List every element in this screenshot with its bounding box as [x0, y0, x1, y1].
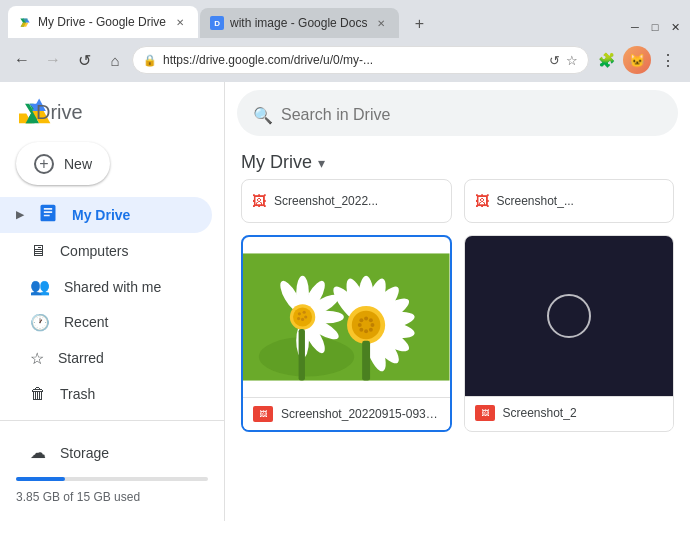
- tab-my-drive[interactable]: My Drive - Google Drive ✕: [8, 6, 198, 38]
- app-container: Drive + New ▶ My Drive 🖥 Computers 👥 Sha…: [0, 82, 690, 521]
- close-window-icon[interactable]: ✕: [668, 20, 682, 34]
- divider: [0, 420, 224, 421]
- extensions-button[interactable]: 🧩: [592, 46, 620, 74]
- reload-addr-icon[interactable]: ↺: [549, 53, 560, 68]
- file-icon-2: 🖼: [475, 193, 489, 209]
- file-card-dark[interactable]: 🖼 Screenshot_2: [464, 235, 675, 432]
- svg-point-37: [364, 329, 368, 333]
- svg-rect-41: [362, 341, 370, 381]
- page-title: My Drive: [241, 152, 312, 173]
- top-files-row: 🖼 Screenshot_2022... 🖼 Screenshot_...: [225, 177, 690, 227]
- tab-bar: My Drive - Google Drive ✕ D with image -…: [0, 0, 690, 38]
- minimize-icon[interactable]: ─: [628, 20, 642, 34]
- tab-docs-close-icon[interactable]: ✕: [373, 15, 389, 31]
- storage-text: 3.85 GB of 15 GB used: [16, 490, 140, 504]
- starred-icon: ☆: [30, 349, 44, 368]
- svg-point-34: [369, 318, 373, 322]
- file-info-daisy: 🖼 Screenshot_20220915-093725_One...: [243, 397, 450, 430]
- top-file-2[interactable]: 🖼 Screenshot_...: [464, 179, 675, 223]
- top-file-1[interactable]: 🖼 Screenshot_2022...: [241, 179, 452, 223]
- storage-icon: ☁: [30, 443, 46, 462]
- new-plus-icon: +: [34, 154, 54, 174]
- file-name-daisy: Screenshot_20220915-093725_One...: [281, 407, 440, 421]
- window-controls: ─ □ ✕: [628, 20, 682, 38]
- forward-button[interactable]: →: [39, 46, 67, 74]
- lock-icon: 🔒: [143, 54, 157, 67]
- storage-item[interactable]: ☁ Storage: [16, 437, 208, 477]
- svg-point-36: [369, 328, 373, 332]
- file-card-daisy[interactable]: 🖼 Screenshot_20220915-093725_One...: [241, 235, 452, 432]
- svg-point-39: [358, 323, 362, 327]
- address-bar-row: ← → ↺ ⌂ 🔒 https://drive.google.com/drive…: [0, 38, 690, 82]
- storage-bar-fill: [16, 477, 65, 481]
- logo-area: Drive: [0, 90, 224, 138]
- sidebar: Drive + New ▶ My Drive 🖥 Computers 👥 Sha…: [0, 82, 225, 521]
- sidebar-item-shared[interactable]: 👥 Shared with me: [0, 269, 212, 305]
- search-icon: 🔍: [253, 106, 273, 125]
- trash-label: Trash: [60, 386, 95, 402]
- shared-icon: 👥: [30, 277, 50, 296]
- tab-docs-title: with image - Google Docs: [230, 16, 367, 30]
- main-content: 🔍 My Drive ▾ 🖼 Screenshot_2022... 🖼 Scre…: [225, 82, 690, 521]
- more-button[interactable]: ⋮: [654, 46, 682, 74]
- sidebar-item-trash[interactable]: 🗑 Trash: [0, 376, 212, 412]
- logo-text: Drive: [36, 101, 83, 124]
- sidebar-item-recent[interactable]: 🕐 Recent: [0, 305, 212, 341]
- svg-point-17: [301, 318, 304, 321]
- sidebar-item-starred[interactable]: ☆ Starred: [0, 340, 212, 376]
- svg-point-13: [293, 307, 312, 326]
- files-grid: 🖼 Screenshot_20220915-093725_One... 🖼 Sc…: [225, 227, 690, 521]
- image-type-icon: 🖼: [253, 406, 273, 422]
- profile-button[interactable]: 🐱: [623, 46, 651, 74]
- my-drive-label: My Drive: [72, 207, 130, 223]
- new-tab-button[interactable]: +: [405, 10, 433, 38]
- browser-chrome: My Drive - Google Drive ✕ D with image -…: [0, 0, 690, 82]
- starred-label: Starred: [58, 350, 104, 366]
- new-label: New: [64, 156, 92, 172]
- storage-area: ☁ Storage 3.85 GB of 15 GB used: [0, 429, 224, 513]
- svg-point-16: [304, 315, 307, 318]
- svg-point-14: [298, 312, 301, 315]
- file-info-dark: 🖼 Screenshot_2: [465, 396, 674, 429]
- svg-point-35: [370, 323, 374, 327]
- shared-label: Shared with me: [64, 279, 161, 295]
- svg-point-32: [359, 318, 363, 322]
- search-input[interactable]: [281, 106, 662, 124]
- my-drive-icon: [38, 203, 58, 227]
- main-header: My Drive ▾: [225, 144, 690, 177]
- storage-label: Storage: [60, 445, 109, 461]
- docs-favicon-icon: D: [210, 16, 224, 30]
- sidebar-item-computers[interactable]: 🖥 Computers: [0, 233, 212, 269]
- image-type-icon-2: 🖼: [475, 405, 495, 421]
- recent-icon: 🕐: [30, 313, 50, 332]
- address-text: https://drive.google.com/drive/u/0/my-..…: [163, 53, 543, 67]
- tab-close-icon[interactable]: ✕: [172, 14, 188, 30]
- maximize-icon[interactable]: □: [648, 20, 662, 34]
- tab-title: My Drive - Google Drive: [38, 15, 166, 29]
- svg-point-38: [359, 328, 363, 332]
- drive-favicon-icon: [18, 15, 32, 29]
- svg-point-18: [297, 317, 300, 320]
- reload-button[interactable]: ↺: [70, 46, 98, 74]
- back-button[interactable]: ←: [8, 46, 36, 74]
- computers-icon: 🖥: [30, 242, 46, 260]
- recent-label: Recent: [64, 314, 108, 330]
- storage-bar-bg: [16, 477, 208, 481]
- dark-circle-icon: [547, 294, 591, 338]
- svg-point-15: [303, 311, 306, 314]
- address-bar[interactable]: 🔒 https://drive.google.com/drive/u/0/my-…: [132, 46, 589, 74]
- tab-google-docs[interactable]: D with image - Google Docs ✕: [200, 8, 399, 38]
- daisy-thumbnail: [243, 237, 450, 397]
- sidebar-item-my-drive[interactable]: ▶ My Drive: [0, 197, 212, 233]
- star-addr-icon[interactable]: ☆: [566, 53, 578, 68]
- svg-rect-40: [299, 329, 305, 381]
- trash-icon: 🗑: [30, 385, 46, 403]
- home-button[interactable]: ⌂: [101, 46, 129, 74]
- file-name-dark: Screenshot_2: [503, 406, 664, 420]
- new-button[interactable]: + New: [16, 142, 110, 185]
- file-icon-1: 🖼: [252, 193, 266, 209]
- search-area: 🔍: [237, 90, 678, 136]
- title-dropdown-icon[interactable]: ▾: [318, 155, 325, 171]
- svg-point-33: [364, 317, 368, 321]
- top-file-name-1: Screenshot_2022...: [274, 194, 441, 208]
